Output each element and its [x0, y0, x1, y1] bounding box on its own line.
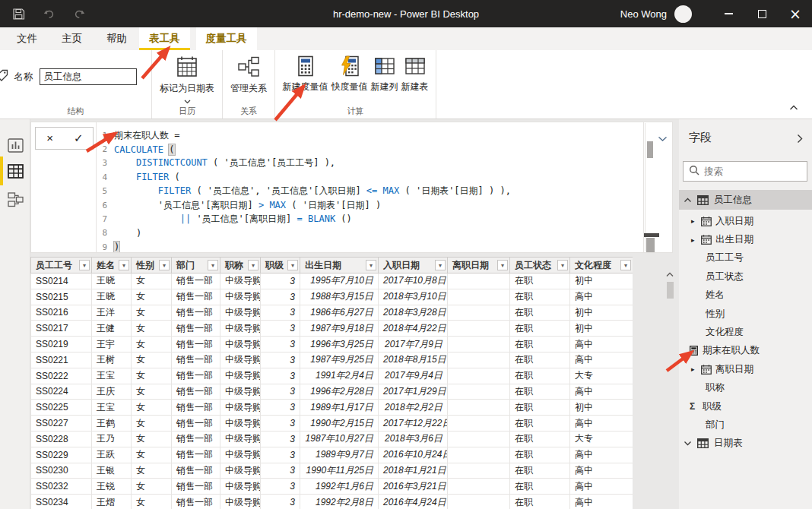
cell[interactable]: SS0222 [31, 368, 92, 384]
column-header-出生日期[interactable]: 出生日期▾ [300, 258, 379, 273]
cell[interactable]: 在职 [510, 289, 570, 305]
cell[interactable]: SS0227 [31, 416, 92, 432]
filter-dropdown-icon[interactable]: ▾ [435, 260, 446, 270]
cell[interactable] [448, 400, 510, 416]
cell[interactable]: 在职 [510, 463, 570, 479]
formula-input[interactable]: 1期末在职人数 =2CALCULATE (3 DISTINCTCOUNT ( '… [96, 122, 644, 252]
table-name-input[interactable] [40, 68, 137, 85]
cell[interactable]: 销售一部 [172, 384, 220, 400]
cell[interactable]: 销售一部 [172, 495, 220, 509]
cell[interactable]: 3 [261, 431, 300, 447]
cell[interactable]: 2016年3月21日 [379, 479, 448, 495]
field-item-name[interactable]: 姓名 [679, 286, 812, 305]
cell[interactable]: 3 [261, 416, 300, 432]
cell[interactable]: 中级导购 [220, 495, 261, 509]
filter-dropdown-icon[interactable]: ▾ [287, 260, 298, 270]
cell[interactable]: 女 [132, 289, 172, 305]
grid-scroll-thumb[interactable] [667, 282, 674, 299]
cell[interactable]: 初中 [570, 305, 633, 321]
fields-search-input[interactable] [704, 166, 801, 177]
cell[interactable]: 王庆 [92, 384, 132, 400]
filter-dropdown-icon[interactable]: ▾ [557, 260, 568, 270]
cell[interactable]: 女 [132, 337, 172, 353]
cell[interactable]: 在职 [510, 273, 570, 289]
cell[interactable] [448, 321, 510, 337]
cell[interactable]: 2018年3月28日 [379, 305, 448, 321]
cell[interactable]: 销售一部 [172, 463, 220, 479]
cell[interactable]: 2017年1月29日 [379, 384, 448, 400]
cell[interactable]: 销售一部 [172, 337, 220, 353]
maximize-button[interactable] [745, 0, 779, 27]
cell[interactable]: 初中 [570, 400, 633, 416]
cell[interactable]: 1990年11月25日 [300, 463, 379, 479]
cell[interactable]: 王乃 [92, 431, 132, 447]
cell[interactable]: 女 [132, 273, 172, 289]
column-header-职称[interactable]: 职称▾ [220, 258, 261, 273]
cell[interactable]: 2017年10月8日 [379, 273, 448, 289]
new-measure-button[interactable]: 新建度量值 [283, 50, 328, 93]
cell[interactable]: 高中 [570, 495, 633, 509]
cell[interactable]: 2018年4月22日 [379, 321, 448, 337]
column-header-员工工号[interactable]: 员工工号▾ [31, 258, 92, 273]
cell[interactable]: 在职 [510, 305, 570, 321]
cell[interactable]: SS0216 [31, 305, 92, 321]
cell[interactable]: 王晓 [92, 289, 132, 305]
cell[interactable]: 大专 [570, 431, 633, 447]
cell[interactable]: 女 [132, 305, 172, 321]
cell[interactable] [448, 463, 510, 479]
cell[interactable]: 中级导购 [220, 400, 261, 416]
cell[interactable]: 中级导购 [220, 289, 261, 305]
cell[interactable]: 2016年4月24日 [379, 495, 448, 509]
cell[interactable]: 在职 [510, 337, 570, 353]
cell[interactable]: 女 [132, 416, 172, 432]
cell[interactable]: 1987年9月18日 [300, 321, 379, 337]
close-button[interactable]: × [779, 0, 812, 27]
cell[interactable]: 1987年10月27日 [300, 431, 379, 447]
cell[interactable]: 1995年7月10日 [300, 273, 379, 289]
field-item-department[interactable]: 部门 [679, 416, 812, 434]
column-header-性别[interactable]: 性别▾ [132, 258, 172, 273]
tab-help[interactable]: 帮助 [94, 27, 139, 50]
commit-formula-button[interactable]: ✓ [65, 128, 94, 149]
cell[interactable]: 高中 [570, 447, 633, 463]
new-table-button[interactable]: 新建表 [401, 50, 429, 93]
field-item-education[interactable]: 文化程度 [679, 323, 812, 341]
cell[interactable]: 中级导购 [220, 321, 261, 337]
formula-vscrollbar[interactable] [645, 123, 654, 251]
filter-dropdown-icon[interactable]: ▾ [159, 260, 170, 270]
cell[interactable]: 3 [261, 321, 300, 337]
cell[interactable]: 王锐 [92, 479, 132, 495]
tab-table-tools[interactable]: 表工具 [139, 27, 190, 50]
cell[interactable]: 3 [261, 273, 300, 289]
cell[interactable]: 1989年1月17日 [300, 400, 379, 416]
cell[interactable] [448, 305, 510, 321]
cell[interactable] [448, 368, 510, 384]
cell[interactable]: 2018年3月10日 [379, 289, 448, 305]
field-item-employee-status[interactable]: 员工状态 [679, 267, 812, 286]
scroll-up-icon[interactable] [665, 270, 675, 277]
cell[interactable]: 3 [261, 479, 300, 495]
cell[interactable]: 王宝 [92, 400, 132, 416]
column-header-文化程度[interactable]: 文化程度▾ [570, 258, 633, 273]
cell[interactable]: 王晓 [92, 273, 132, 289]
collapse-fields-button[interactable] [797, 133, 803, 147]
mark-as-date-table-button[interactable]: 标记为日期表 [160, 50, 214, 106]
cell[interactable]: 高中 [570, 384, 633, 400]
expand-arrow-icon[interactable]: ▸ [691, 365, 697, 373]
filter-dropdown-icon[interactable]: ▾ [79, 260, 90, 270]
cell[interactable]: 2018年2月2日 [379, 400, 448, 416]
filter-dropdown-icon[interactable]: ▾ [119, 260, 129, 270]
cell[interactable]: 高中 [570, 479, 633, 495]
filter-dropdown-icon[interactable]: ▾ [620, 260, 631, 270]
cell[interactable]: 王健 [92, 321, 132, 337]
cell[interactable]: 销售一部 [172, 431, 220, 447]
field-item-employee-id[interactable]: 员工工号 [679, 249, 812, 267]
cell[interactable]: 王熠 [92, 495, 132, 509]
cell[interactable]: 2018年1月21日 [379, 463, 448, 479]
cell[interactable]: 王宇 [92, 337, 132, 353]
field-item-gender[interactable]: 性别 [679, 305, 812, 323]
cell[interactable]: 1987年9月25日 [300, 352, 379, 368]
cell[interactable]: SS0221 [31, 352, 92, 368]
cell[interactable]: 王宝 [92, 368, 132, 384]
field-item-date-table[interactable]: 日期表 [679, 435, 812, 453]
